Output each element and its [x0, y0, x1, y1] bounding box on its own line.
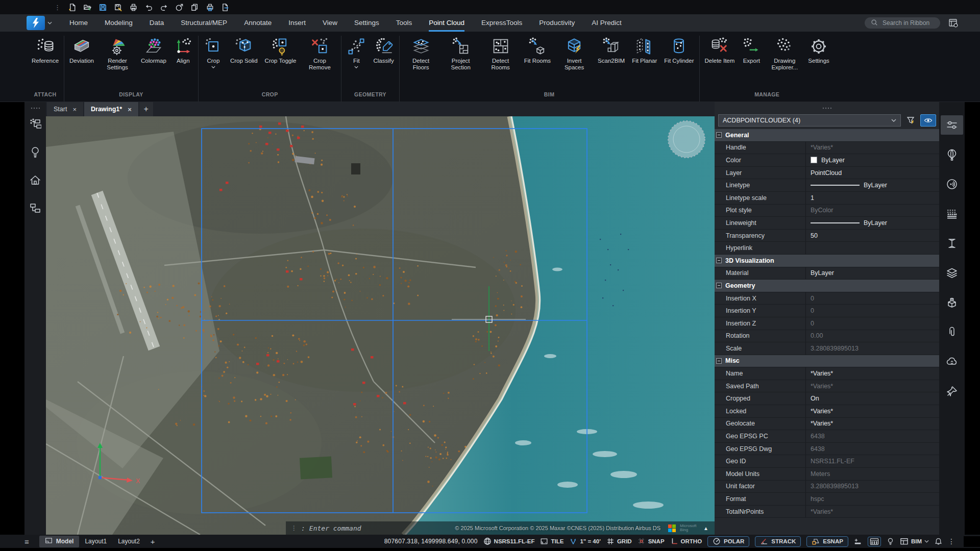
- hints-icon[interactable]: [887, 537, 894, 545]
- tab-insert[interactable]: Insert: [288, 14, 306, 32]
- crs-indicator[interactable]: NSRS11.FL-EF: [483, 537, 535, 545]
- property-value[interactable]: 6438: [805, 430, 939, 442]
- property-row[interactable]: Geo IDNSRS11.FL-EF: [715, 455, 939, 468]
- point-cloud-manager-icon[interactable]: [29, 117, 42, 131]
- delete-item-button[interactable]: Delete Item: [701, 36, 739, 64]
- strack-toggle[interactable]: STRACK: [755, 536, 801, 547]
- properties-section-header[interactable]: Geometry: [715, 280, 939, 292]
- notifications-icon[interactable]: [935, 537, 942, 545]
- undo-icon[interactable]: [144, 3, 154, 12]
- detect-floors-button[interactable]: Detect Floors: [401, 36, 441, 71]
- toolbar-handle-icon[interactable]: [31, 102, 40, 114]
- components-icon[interactable]: [941, 293, 963, 312]
- tile-toggle[interactable]: TILE: [540, 537, 564, 545]
- chevron-down-icon[interactable]: [211, 66, 215, 68]
- property-value[interactable]: 0: [805, 292, 939, 305]
- property-value[interactable]: *Varies*: [805, 367, 939, 380]
- ribbon-config-icon[interactable]: [948, 18, 959, 28]
- property-row[interactable]: Insertion X0: [715, 292, 939, 305]
- property-row[interactable]: CroppedOn: [715, 392, 939, 405]
- new-icon[interactable]: [67, 3, 77, 12]
- fit-button[interactable]: Fit: [343, 36, 370, 68]
- tab-point-cloud[interactable]: Point Cloud: [429, 14, 464, 32]
- property-row[interactable]: Locked*Varies*: [715, 405, 939, 418]
- render-icon[interactable]: [941, 145, 963, 164]
- property-value[interactable]: 3.280839895013: [805, 342, 939, 355]
- property-row[interactable]: LineweightByLayer: [715, 217, 939, 230]
- scan2bim-button[interactable]: Scan2BIM: [594, 36, 628, 64]
- close-tab-icon[interactable]: ×: [128, 106, 132, 113]
- property-value[interactable]: 3.280839895013: [805, 481, 939, 493]
- collapse-icon[interactable]: [716, 132, 722, 138]
- filter-button[interactable]: [904, 114, 917, 127]
- property-row[interactable]: Handle*Varies*: [715, 142, 939, 155]
- property-row[interactable]: Saved Path*Varies*: [715, 380, 939, 393]
- property-value[interactable]: 0.00: [805, 330, 939, 342]
- tab-data[interactable]: Data: [150, 14, 164, 32]
- property-row[interactable]: TotalNrPoints*Varies*: [715, 506, 939, 518]
- workspace-selector[interactable]: BIM: [900, 537, 929, 545]
- property-value[interactable]: *Varies*: [805, 142, 939, 154]
- ribbon-search[interactable]: Search in Ribbon: [865, 17, 940, 29]
- properties-section-header[interactable]: Misc: [715, 355, 939, 368]
- property-value[interactable]: ByColor: [805, 205, 939, 217]
- properties-panel-icon[interactable]: [941, 115, 963, 135]
- statusbar-menu-icon[interactable]: ≡: [24, 537, 29, 546]
- crop-button[interactable]: Crop: [200, 36, 227, 68]
- app-logo[interactable]: [27, 16, 45, 30]
- dynamic-input-button[interactable]: [868, 537, 881, 546]
- property-row[interactable]: Name*Varies*: [715, 367, 939, 380]
- radar-icon[interactable]: [941, 174, 963, 194]
- tab-expresstools[interactable]: ExpressTools: [481, 14, 522, 32]
- selection-type-select[interactable]: ACDBPOINTCLOUDEX (4): [718, 114, 901, 127]
- property-value[interactable]: [805, 242, 939, 254]
- property-row[interactable]: MaterialByLayer: [715, 267, 939, 280]
- open-icon[interactable]: [83, 3, 92, 12]
- property-row[interactable]: Model UnitsMeters: [715, 468, 939, 481]
- property-row[interactable]: Hyperlink: [715, 242, 939, 255]
- export-button[interactable]: Export: [738, 36, 765, 64]
- property-value[interactable]: *Varies*: [805, 380, 939, 392]
- grid-toggle[interactable]: GRID: [606, 537, 632, 545]
- deviation-button[interactable]: Deviation: [66, 36, 97, 64]
- layout-tab-model[interactable]: Model: [39, 536, 80, 547]
- close-tab-icon[interactable]: ×: [72, 106, 77, 113]
- command-line[interactable]: ⋮ : Enter command © 2025 Microsoft Corpo…: [286, 521, 715, 535]
- new-drawing-tab-button[interactable]: +: [139, 102, 153, 116]
- drawing-explorer--button[interactable]: Drawing Explorer...: [765, 36, 804, 71]
- detect-rooms-button[interactable]: Detect Rooms: [481, 36, 521, 71]
- profiles-icon[interactable]: [941, 234, 963, 253]
- tab-structural-mep[interactable]: Structural/MEP: [181, 14, 227, 32]
- annotation-scale[interactable]: 1" = 40': [569, 537, 600, 545]
- layout-tab-layout2[interactable]: Layout2: [112, 536, 145, 547]
- home-icon[interactable]: [29, 173, 42, 187]
- properties-section-header[interactable]: General: [715, 129, 939, 142]
- property-row[interactable]: Rotation0.00: [715, 330, 939, 343]
- property-row[interactable]: Geolocate*Varies*: [715, 418, 939, 431]
- property-value[interactable]: 0: [805, 317, 939, 330]
- property-value[interactable]: ByLayer: [805, 217, 939, 229]
- export-file-icon[interactable]: [220, 3, 230, 12]
- redo-icon[interactable]: [159, 3, 169, 12]
- tab-productivity[interactable]: Productivity: [539, 14, 575, 32]
- pin-icon[interactable]: [941, 382, 963, 401]
- property-row[interactable]: LayerPointCloud: [715, 167, 939, 180]
- project-section-button[interactable]: Project Section: [441, 36, 481, 71]
- hatch-patterns-icon[interactable]: [941, 204, 963, 223]
- property-value[interactable]: 50: [805, 230, 939, 242]
- ortho-toggle[interactable]: ORTHO: [670, 537, 702, 545]
- fit-planar-button[interactable]: Fit Planar: [628, 36, 660, 64]
- fit-cylinder-button[interactable]: Fit Cylinder: [660, 36, 697, 64]
- align-button[interactable]: Align: [170, 36, 197, 64]
- tab-tools[interactable]: Tools: [396, 14, 412, 32]
- property-row[interactable]: ColorByLayer: [715, 154, 939, 167]
- color-swatch[interactable]: [811, 157, 817, 163]
- property-value[interactable]: 0: [805, 305, 939, 317]
- property-row[interactable]: Scale3.280839895013: [715, 342, 939, 355]
- crop-toggle-button[interactable]: Crop Toggle: [261, 36, 300, 64]
- property-value[interactable]: PointCloud: [805, 167, 939, 179]
- property-row[interactable]: Insertion Y0: [715, 305, 939, 317]
- drawing-viewport[interactable]: X ⋮ : Enter command © 2025 Microsoft Cor…: [46, 116, 715, 535]
- collapse-icon[interactable]: [716, 258, 722, 263]
- property-value[interactable]: Meters: [805, 468, 939, 480]
